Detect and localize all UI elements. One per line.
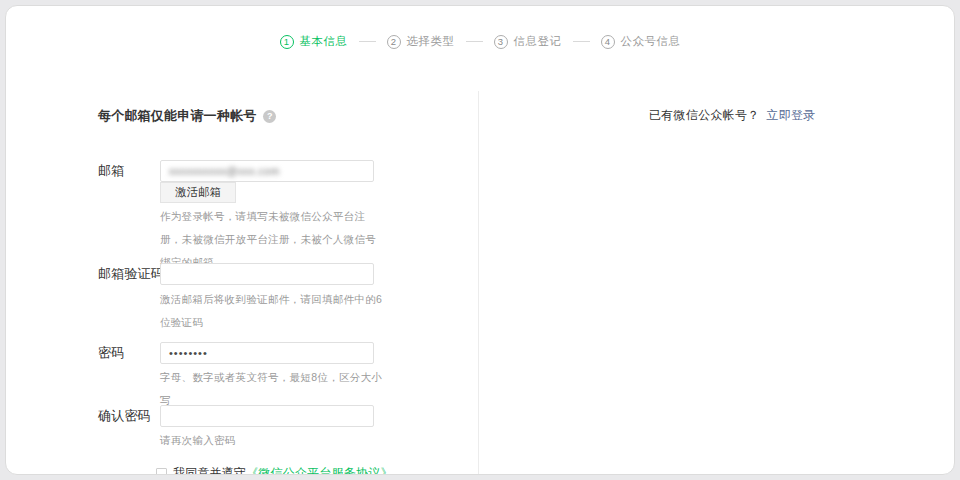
login-question: 已有微信公众帐号？: [649, 108, 760, 122]
email-code-hint: 激活邮箱后将收到验证邮件，请回填邮件中的6位验证码: [160, 288, 384, 334]
email-redacted-value: xxxxxxxxxx@xxx.com: [169, 165, 280, 177]
login-row: 已有微信公众帐号？ 立即登录: [649, 107, 816, 124]
step-basic-info: 1 基本信息: [280, 34, 348, 49]
confirm-password-hint: 请再次输入密码: [160, 429, 384, 452]
password-input[interactable]: ••••••••: [160, 342, 374, 364]
notice-row: 每个邮箱仅能申请一种帐号 ?: [98, 107, 276, 125]
password-label: 密码: [98, 342, 124, 364]
step-info-register: 3 信息登记: [494, 34, 562, 49]
email-input[interactable]: xxxxxxxxxx@xxx.com: [160, 160, 374, 182]
confirm-password-input[interactable]: [160, 405, 374, 427]
registration-stepper: 1 基本信息 2 选择类型 3 信息登记 4 公众号信息: [6, 34, 954, 49]
email-code-label: 邮箱验证码: [98, 263, 164, 285]
service-agreement-link[interactable]: 《微信公众平台服务协议》: [246, 465, 392, 475]
agreement-checkbox[interactable]: [156, 468, 167, 475]
step-4-number-icon: 4: [601, 35, 615, 49]
step-separator: [359, 41, 376, 42]
email-label: 邮箱: [98, 160, 124, 182]
step-3-number-icon: 3: [494, 35, 508, 49]
agreement-text: 我同意并遵守: [173, 465, 246, 475]
login-now-link[interactable]: 立即登录: [766, 108, 815, 122]
step-2-number-icon: 2: [387, 35, 401, 49]
step-2-label: 选择类型: [407, 34, 455, 49]
step-1-label: 基本信息: [300, 34, 348, 49]
step-3-label: 信息登记: [514, 34, 562, 49]
step-separator: [466, 41, 483, 42]
notice-text: 每个邮箱仅能申请一种帐号: [98, 107, 256, 125]
password-masked-value: ••••••••: [169, 347, 208, 359]
step-account-info: 4 公众号信息: [601, 34, 681, 49]
register-page: 1 基本信息 2 选择类型 3 信息登记 4 公众号信息 每个邮箱仅能申请一种帐…: [5, 5, 955, 475]
step-separator: [573, 41, 590, 42]
help-question-icon[interactable]: ?: [263, 110, 276, 123]
confirm-password-label: 确认密码: [98, 405, 151, 427]
email-code-input[interactable]: [160, 263, 374, 285]
agreement-row: 我同意并遵守 《微信公众平台服务协议》: [156, 465, 393, 475]
step-4-label: 公众号信息: [621, 34, 681, 49]
step-choose-type: 2 选择类型: [387, 34, 455, 49]
activate-email-button[interactable]: 激活邮箱: [160, 182, 236, 203]
step-1-number-icon: 1: [280, 35, 294, 49]
column-divider: [478, 91, 479, 474]
